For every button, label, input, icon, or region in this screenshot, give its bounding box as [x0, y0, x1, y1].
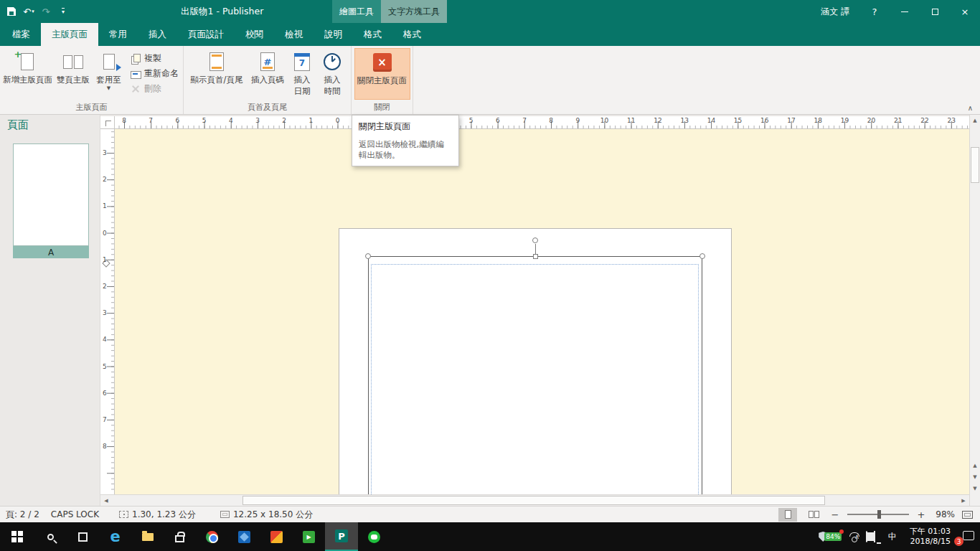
- show-header-footer-button[interactable]: 顯示頁首/頁尾: [185, 48, 248, 100]
- taskbar-edge[interactable]: e: [99, 522, 131, 551]
- previous-page-button[interactable]: ▲: [970, 460, 980, 471]
- next-page-button[interactable]: ▼: [970, 471, 980, 483]
- vertical-scroll-thumb[interactable]: [971, 147, 979, 183]
- tab-format-drawing[interactable]: 格式: [353, 23, 392, 46]
- group-label-header-footer: 頁首及頁尾: [184, 102, 351, 113]
- page-glyph: [63, 55, 72, 69]
- tab-insert[interactable]: 插入: [138, 23, 177, 46]
- insert-date-label-1: 插入: [294, 75, 311, 85]
- resize-handle-top-middle[interactable]: [533, 254, 538, 259]
- redo-icon: ↷: [42, 6, 50, 17]
- page-glyph: [209, 52, 224, 71]
- zoom-out-button[interactable]: −: [830, 509, 840, 520]
- insert-time-button[interactable]: 插入 時間: [317, 48, 347, 100]
- redo-button[interactable]: ↷: [37, 2, 55, 21]
- save-button[interactable]: [3, 2, 20, 21]
- collapse-ribbon-button[interactable]: ∧: [968, 104, 973, 112]
- fit-page-button[interactable]: [962, 511, 973, 519]
- action-center-button[interactable]: 3: [957, 529, 976, 545]
- tab-view[interactable]: 檢視: [274, 23, 314, 46]
- taskbar-search-button[interactable]: [34, 522, 67, 551]
- two-page-view-button[interactable]: [804, 508, 823, 522]
- user-name[interactable]: 涵文 譚: [811, 0, 859, 23]
- taskbar-app-4[interactable]: [358, 522, 390, 551]
- two-page-master-icon: [54, 50, 93, 73]
- page-glyph: [103, 54, 115, 70]
- rotation-handle[interactable]: [532, 237, 538, 243]
- clock-tray-item[interactable]: 下午 01:03 2018/8/15: [910, 527, 951, 547]
- taskbar-app-2[interactable]: [260, 522, 293, 551]
- tab-format-textbox[interactable]: 格式: [392, 23, 432, 46]
- copy-icon: [131, 54, 141, 64]
- scroll-right-button[interactable]: ▶: [958, 495, 969, 506]
- selected-textbox[interactable]: [368, 256, 702, 494]
- ime-indicator[interactable]: 中: [888, 531, 897, 543]
- taskbar-app-1[interactable]: [228, 522, 260, 551]
- network-tray-item[interactable]: [874, 532, 875, 542]
- object-size[interactable]: 12.25 x 18.50 公分: [220, 509, 313, 521]
- resize-handle-top-left[interactable]: [365, 253, 371, 259]
- new-master-page-label: 新增主版頁面: [3, 75, 52, 85]
- security-tray-item[interactable]: 84%: [819, 529, 842, 544]
- zoom-slider[interactable]: [847, 514, 909, 515]
- quick-access-toolbar: ↶▾ ↷ ▾: [3, 0, 72, 23]
- help-button[interactable]: ?: [859, 0, 890, 23]
- insert-date-button[interactable]: 7 插入 日期: [287, 48, 317, 100]
- ruler-number: 18: [814, 117, 821, 124]
- duplicate-button[interactable]: 複製: [128, 51, 182, 66]
- rename-button[interactable]: 重新命名: [128, 66, 182, 81]
- publisher-icon: P: [335, 529, 348, 542]
- horizontal-ruler[interactable]: 8765432101234567891011121314151617181920…: [115, 116, 969, 129]
- horizontal-scrollbar[interactable]: ◀ ▶: [100, 494, 969, 506]
- taskbar: e ▶ P 84% ∧ 中 下午 01:03 2018/8/15: [0, 522, 980, 551]
- task-view-button[interactable]: [67, 522, 99, 551]
- ruler-number: 0: [103, 230, 107, 237]
- position-value: 1.30, 1.23 公分: [132, 509, 196, 521]
- two-page-master-button[interactable]: 雙頁主版: [54, 48, 93, 100]
- canvas[interactable]: [115, 129, 969, 494]
- insert-page-number-button[interactable]: # 插入頁碼: [248, 48, 287, 100]
- calendar-top: [294, 53, 310, 57]
- single-page-view-button[interactable]: [778, 508, 797, 522]
- taskbar-chrome[interactable]: [196, 522, 228, 551]
- master-page-thumbnail-label[interactable]: A: [13, 246, 89, 258]
- scroll-left-button[interactable]: ◀: [100, 495, 112, 506]
- minimize-button[interactable]: [890, 0, 920, 23]
- tab-master-page[interactable]: 主版頁面: [41, 23, 98, 46]
- taskbar-file-explorer[interactable]: [131, 522, 164, 551]
- apply-to-button[interactable]: 套用至 ▼: [93, 48, 125, 100]
- tab-home[interactable]: 常用: [98, 23, 138, 46]
- zoom-slider-thumb[interactable]: [877, 510, 881, 519]
- ruler-number: 19: [841, 117, 849, 124]
- resize-handle-top-right[interactable]: [699, 253, 705, 259]
- zoom-in-button[interactable]: +: [916, 509, 926, 520]
- close-master-page-button[interactable]: × 關閉主版頁面: [354, 48, 410, 100]
- undo-button[interactable]: ↶▾: [20, 2, 37, 21]
- battery-tray-item[interactable]: [866, 532, 867, 542]
- tab-page-design[interactable]: 頁面設計: [177, 23, 235, 46]
- scroll-down-button[interactable]: ▼: [970, 483, 980, 494]
- clock-icon: [324, 53, 341, 70]
- ruler-number: 4: [103, 336, 107, 343]
- tab-help[interactable]: 說明: [314, 23, 353, 46]
- size-icon: [220, 511, 230, 518]
- tab-review[interactable]: 校閱: [235, 23, 274, 46]
- close-button[interactable]: ×: [950, 0, 980, 23]
- taskbar-publisher-active[interactable]: P: [325, 522, 358, 551]
- maximize-button[interactable]: [920, 0, 950, 23]
- master-page-thumbnail[interactable]: [13, 143, 89, 246]
- vertical-scrollbar[interactable]: ▲ ▲ ▼ ▼: [969, 115, 980, 506]
- new-master-page-button[interactable]: + 新增主版頁面: [1, 48, 54, 100]
- start-button[interactable]: [0, 522, 34, 551]
- scroll-up-button[interactable]: ▲: [970, 115, 980, 126]
- taskbar-store[interactable]: [164, 522, 196, 551]
- object-position[interactable]: 1.30, 1.23 公分: [119, 509, 196, 521]
- horizontal-scroll-thumb[interactable]: [242, 496, 825, 505]
- zoom-level[interactable]: 98%: [933, 509, 955, 519]
- ruler-number: 13: [680, 117, 688, 124]
- page-indicator[interactable]: 頁: 2 / 2: [6, 509, 39, 521]
- customize-qat-button[interactable]: ▾: [55, 2, 72, 21]
- taskbar-app-3[interactable]: ▶: [293, 522, 325, 551]
- vertical-ruler[interactable]: 321012345678: [100, 129, 115, 494]
- tab-file[interactable]: 檔案: [1, 23, 41, 46]
